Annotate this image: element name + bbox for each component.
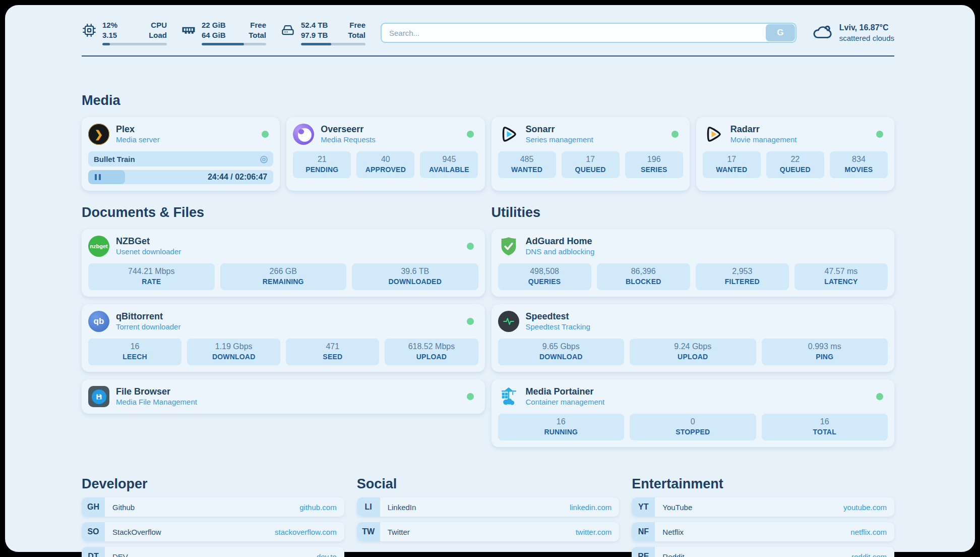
- app-name: AdGuard Home: [526, 236, 595, 247]
- app-subtitle: DNS and adblocking: [526, 247, 595, 257]
- stat-upload: 9.24 Gbps UPLOAD: [630, 339, 756, 365]
- filebrowser-icon: [88, 386, 109, 407]
- stat-leech: 16 LEECH: [88, 339, 181, 365]
- stat-movies: 834 MOVIES: [830, 151, 888, 178]
- stat-queued: 22 QUEUED: [766, 151, 824, 178]
- section-utilities: Utilities AdGuard Home DNS and adblockin…: [492, 205, 895, 447]
- youtube-badge: YT: [632, 497, 655, 517]
- overseerr-icon: [293, 124, 314, 145]
- app-card-plex[interactable]: ❯ Plex Media server Bullet Train ◎ 24:44…: [82, 117, 280, 191]
- app-name: NZBGet: [116, 236, 181, 247]
- link-twitter[interactable]: TW Twitter twitter.com: [357, 522, 620, 541]
- status-dot: [876, 131, 883, 138]
- section-title-developer: Developer: [82, 476, 344, 492]
- status-dot: [262, 131, 269, 138]
- netflix-badge: NF: [632, 522, 655, 541]
- app-subtitle: Movie management: [730, 135, 797, 145]
- stat-upload: 618.52 Mbps UPLOAD: [385, 339, 478, 365]
- stat-queued: 17 QUEUED: [562, 151, 620, 178]
- adguard-icon: [498, 236, 519, 257]
- status-dot: [467, 131, 474, 138]
- media-session-icon[interactable]: ◎: [260, 153, 268, 164]
- ram-progress-bar: [202, 43, 266, 45]
- app-card-speedtest[interactable]: Speedtest Speedtest Tracking 9.65 Gbps D…: [492, 304, 895, 372]
- app-card-filebrowser[interactable]: File Browser Media File Management: [82, 379, 485, 414]
- stat-blocked: 86,396 BLOCKED: [597, 263, 690, 290]
- stat-download: 9.65 Gbps DOWNLOAD: [498, 339, 625, 365]
- section-developer: Developer GH Github github.com SO StackO…: [82, 476, 344, 557]
- stat-filtered: 2,953 FILTERED: [696, 263, 789, 290]
- ram-free-value: 22 GiB: [202, 20, 226, 30]
- link-netflix[interactable]: NF Netflix netflix.com: [632, 522, 894, 541]
- stat-download: 1.19 Gbps DOWNLOAD: [187, 339, 280, 365]
- status-dot: [671, 131, 679, 138]
- link-github[interactable]: GH Github github.com: [82, 497, 344, 517]
- stackoverflow-badge: SO: [82, 522, 105, 541]
- cpu-label: CPU: [149, 20, 167, 30]
- hard-drive-icon: [280, 20, 295, 38]
- stat-total: 16 TOTAL: [762, 414, 888, 440]
- app-card-qbittorrent[interactable]: qb qBittorrent Torrent downloader 16 LEE…: [82, 304, 485, 372]
- status-dot: [876, 393, 883, 400]
- link-youtube[interactable]: YT YouTube youtube.com: [632, 497, 894, 517]
- app-card-nzbget[interactable]: nzbget NZBGet Usenet downloader 744.21 M…: [82, 229, 485, 297]
- app-subtitle: Series management: [526, 135, 593, 145]
- storage-widget: 52.4 TB 97.9 TB Free Total: [280, 20, 365, 45]
- section-documents: Documents & Files nzbget NZBGet Usenet d…: [82, 205, 485, 447]
- top-bar: 12% 3.15 CPU Load: [82, 18, 894, 47]
- dev-badge: DT: [82, 547, 105, 557]
- app-card-portainer[interactable]: Media Portainer Container management 16 …: [492, 379, 895, 447]
- app-subtitle: Torrent downloader: [116, 322, 180, 332]
- app-subtitle: Media File Management: [116, 398, 197, 407]
- pause-icon[interactable]: [95, 174, 101, 180]
- stat-stopped: 0 STOPPED: [630, 414, 756, 440]
- section-entertainment: Entertainment YT YouTube youtube.com NF …: [632, 476, 894, 557]
- app-name: File Browser: [116, 386, 197, 398]
- stat-approved: 40 APPROVED: [356, 151, 414, 178]
- disk-free-label: Free: [348, 20, 365, 30]
- cpu-usage-value: 12%: [102, 20, 117, 30]
- cpu-load-label: Load: [149, 30, 167, 40]
- app-card-overseerr[interactable]: Overseerr Media Requests 21 PENDING 40 A…: [286, 117, 484, 191]
- link-stackoverflow[interactable]: SO StackOverflow stackoverflow.com: [82, 522, 344, 541]
- search-bar: G: [381, 23, 797, 43]
- weather-location-temp: Lviv, 16.87°C: [839, 22, 894, 33]
- link-dev[interactable]: DT DEV dev.to: [82, 547, 344, 557]
- search-input[interactable]: [381, 23, 797, 43]
- app-name: Plex: [116, 124, 160, 135]
- header-divider: [82, 55, 894, 57]
- stat-available: 945 AVAILABLE: [420, 151, 478, 178]
- stat-rate: 744.21 Mbps RATE: [88, 263, 215, 290]
- section-title-entertainment: Entertainment: [632, 476, 894, 492]
- app-name: Radarr: [730, 124, 797, 135]
- weather-widget: Lviv, 16.87°C scattered clouds: [812, 21, 894, 44]
- speedtest-icon: [498, 311, 519, 332]
- memory-widget: 22 GiB 64 GiB Free Total: [181, 20, 266, 45]
- app-name: Overseerr: [321, 124, 375, 135]
- stat-seed: 471 SEED: [286, 339, 379, 365]
- app-card-sonarr[interactable]: Sonarr Series management 485 WANTED 17 Q…: [492, 117, 690, 191]
- cpu-widget: 12% 3.15 CPU Load: [82, 20, 167, 45]
- stat-downloaded: 39.6 TB DOWNLOADED: [352, 263, 478, 290]
- cpu-icon: [82, 20, 97, 38]
- app-subtitle: Media Requests: [321, 135, 375, 145]
- sonarr-icon: [498, 124, 519, 145]
- disk-progress-bar: [301, 43, 365, 45]
- disk-free-value: 52.4 TB: [301, 20, 328, 30]
- section-title-utilities: Utilities: [492, 205, 895, 220]
- app-subtitle: Speedtest Tracking: [526, 322, 590, 332]
- app-card-adguard[interactable]: AdGuard Home DNS and adblocking 498,508 …: [492, 229, 895, 297]
- search-engine-button[interactable]: G: [766, 24, 795, 41]
- ram-total-value: 64 GiB: [202, 30, 226, 40]
- section-title-documents: Documents & Files: [82, 205, 485, 220]
- now-playing-row: Bullet Train ◎: [88, 151, 273, 166]
- stat-wanted: 17 WANTED: [703, 151, 761, 178]
- dashboard: 12% 3.15 CPU Load: [5, 5, 975, 552]
- linkedin-badge: LI: [357, 497, 380, 517]
- app-card-radarr[interactable]: Radarr Movie management 17 WANTED 22 QUE…: [696, 117, 894, 191]
- link-linkedin[interactable]: LI LinkedIn linkedin.com: [357, 497, 620, 517]
- plex-icon: ❯: [88, 124, 109, 145]
- stat-queries: 498,508 QUERIES: [498, 263, 591, 290]
- section-social: Social LI LinkedIn linkedin.com TW Twitt…: [357, 476, 620, 557]
- link-reddit[interactable]: RE Reddit reddit.com: [632, 547, 894, 557]
